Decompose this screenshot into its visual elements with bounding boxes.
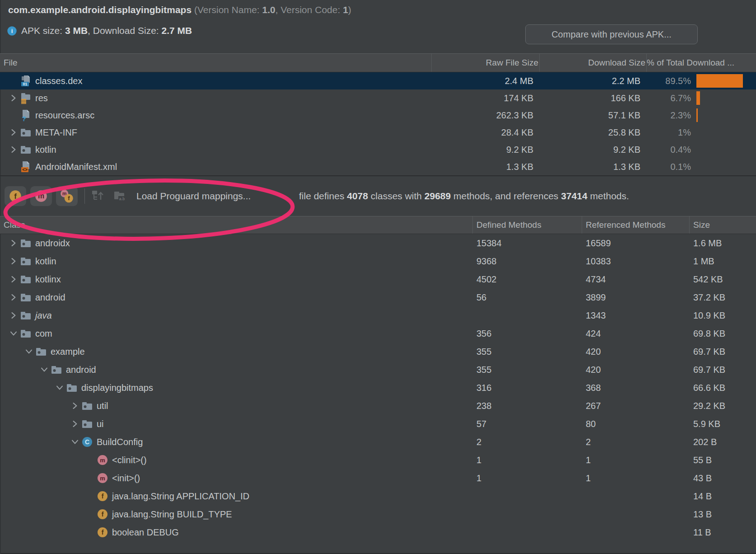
raw-file-size-value: 174 KB xyxy=(432,93,540,103)
tree-item-label: android xyxy=(66,365,96,375)
show-fields-toggle-button[interactable] xyxy=(5,186,26,206)
tree-row[interactable]: android 56 3899 37.2 KB xyxy=(0,288,756,306)
referenced-methods-value: 424 xyxy=(582,329,690,339)
tree-row[interactable]: kotlinx 4502 4734 542 KB xyxy=(0,270,756,288)
tree-row[interactable]: displayingbitmaps 316 368 66.6 KB xyxy=(0,379,756,397)
chevron-right-icon[interactable] xyxy=(7,273,20,285)
table-row[interactable]: kotlin 9.2 KB 9.2 KB 0.4% xyxy=(0,141,756,158)
tree-row[interactable]: BuildConfig 2 2 202 B xyxy=(0,433,756,451)
chevron-down-icon[interactable] xyxy=(38,364,51,376)
load-proguard-mappings-button[interactable]: Load Proguard mappings... xyxy=(136,191,251,202)
chevron-right-icon[interactable] xyxy=(7,92,20,104)
tree-item-label: util xyxy=(97,401,108,411)
chevron-right-icon[interactable] xyxy=(69,400,81,412)
tree-row[interactable]: java 1343 10.9 KB xyxy=(0,306,756,324)
tree-row[interactable]: util 238 267 29.2 KB xyxy=(0,397,756,415)
pct-bar-track xyxy=(696,108,749,122)
class-icon xyxy=(81,436,93,448)
tree-row[interactable]: example 355 420 69.7 KB xyxy=(0,343,756,361)
tree-item-label: <init>() xyxy=(112,473,140,484)
method-icon xyxy=(97,472,108,484)
tree-row[interactable]: java.lang.String APPLICATION_ID 14 B xyxy=(0,487,756,505)
file-table-header: File Raw File Size Download Size % of To… xyxy=(0,53,756,72)
pct-value: 89.5% xyxy=(647,76,691,86)
show-all-toggle-button[interactable] xyxy=(56,186,78,206)
table-row[interactable]: AndroidManifest.xml 1.3 KB 1.3 KB 0.1% xyxy=(0,158,756,175)
table-row[interactable]: res 174 KB 166 KB 6.7% xyxy=(0,89,756,107)
chevron-down-icon[interactable] xyxy=(53,382,66,394)
chevron-right-icon[interactable] xyxy=(7,127,20,138)
chevron-right-icon[interactable] xyxy=(7,291,20,303)
download-size-value: 1.3 KB xyxy=(540,162,647,172)
folder-icon xyxy=(20,328,32,339)
download-size-value: 166 KB xyxy=(540,93,647,103)
tree-row[interactable]: <clinit>() 1 1 55 B xyxy=(0,451,756,469)
column-header-defined-methods[interactable]: Defined Methods xyxy=(473,216,582,234)
chevron-down-icon[interactable] xyxy=(7,328,20,339)
defined-methods-value: 1 xyxy=(473,473,582,484)
column-header-referenced-methods[interactable]: Referenced Methods xyxy=(582,216,690,234)
file-name: kotlin xyxy=(35,145,56,155)
chevron-right-icon[interactable] xyxy=(7,237,20,249)
tree-item-label: java.lang.String APPLICATION_ID xyxy=(112,491,249,502)
table-row[interactable]: resources.arsc 262.3 KB 57.1 KB 2.3% xyxy=(0,107,756,124)
download-size-value: 25.8 KB xyxy=(540,127,647,138)
field-icon xyxy=(97,526,108,538)
referenced-methods-value: 1 xyxy=(582,455,690,465)
apk-size-line: APK size: 3 MB, Download Size: 2.7 MB xyxy=(7,25,192,36)
file-table: classes.dex 2.4 MB 2.2 MB 89.5% res 174 … xyxy=(0,72,756,175)
table-row[interactable]: classes.dex 2.4 MB 2.2 MB 89.5% xyxy=(0,72,756,89)
column-header-raw-file-size[interactable]: Raw File Size xyxy=(432,54,540,72)
dex-toolbar: Load Proguard mappings... file defines 4… xyxy=(0,175,756,216)
tree-row[interactable]: androidx 15384 16589 1.6 MB xyxy=(0,234,756,252)
folder-icon xyxy=(20,310,32,321)
tree-item-label: android xyxy=(35,292,65,303)
toolbar-separator xyxy=(84,188,85,204)
package-tree-icon[interactable] xyxy=(91,189,106,203)
column-header-download-size[interactable]: Download Size xyxy=(540,54,647,72)
tree-item-label: ui xyxy=(97,419,104,429)
chevron-spacer xyxy=(7,75,20,87)
pct-value: 2.3% xyxy=(647,110,691,121)
column-header-class[interactable]: Class xyxy=(0,216,473,234)
size-value: 11 B xyxy=(690,527,756,538)
file-name: res xyxy=(35,93,48,103)
pct-bar xyxy=(696,108,698,122)
folder-icon xyxy=(81,400,93,412)
compare-apk-button[interactable]: Compare with previous APK... xyxy=(525,24,698,44)
folder-icon xyxy=(20,144,32,155)
file-name: classes.dex xyxy=(35,76,83,86)
proguard-mappings-folder-icon[interactable] xyxy=(113,189,127,203)
chevron-down-icon[interactable] xyxy=(23,346,35,357)
chevron-right-icon[interactable] xyxy=(7,310,20,321)
tree-row[interactable]: android 355 420 69.7 KB xyxy=(0,361,756,379)
methods-and-fields-toggle-icon xyxy=(59,188,75,204)
pct-bar-track xyxy=(696,91,749,105)
chevron-right-icon[interactable] xyxy=(7,255,20,267)
tree-item-label: java xyxy=(35,310,52,321)
size-value: 69.8 KB xyxy=(690,329,756,339)
tree-row[interactable]: com 356 424 69.8 KB xyxy=(0,324,756,343)
tree-item-label: displayingbitmaps xyxy=(81,383,153,393)
tree-row[interactable]: <init>() 1 1 43 B xyxy=(0,469,756,487)
chevron-down-icon[interactable] xyxy=(69,436,81,448)
referenced-methods-value: 10383 xyxy=(582,256,690,267)
show-methods-toggle-button[interactable] xyxy=(30,186,52,206)
dex-file-icon xyxy=(20,75,32,87)
size-value: 202 B xyxy=(690,437,756,447)
size-value: 37.2 KB xyxy=(690,292,756,303)
tree-item-label: kotlinx xyxy=(35,274,61,285)
column-header-pct-of-total-download[interactable]: % of Total Download ... xyxy=(647,54,756,72)
column-header-size[interactable]: Size xyxy=(690,216,756,234)
chevron-right-icon[interactable] xyxy=(7,144,20,155)
defined-methods-value: 57 xyxy=(473,419,582,429)
tree-row[interactable]: boolean DEBUG 11 B xyxy=(0,523,756,541)
version-info: (Version Name: 1.0, Version Code: 1) xyxy=(194,5,351,15)
tree-row[interactable]: java.lang.String BUILD_TYPE 13 B xyxy=(0,505,756,523)
table-row[interactable]: META-INF 28.4 KB 25.8 KB 1% xyxy=(0,124,756,141)
chevron-right-icon[interactable] xyxy=(69,418,81,430)
column-header-file[interactable]: File xyxy=(0,54,432,72)
tree-row[interactable]: kotlin 9368 10383 1 MB xyxy=(0,252,756,270)
size-value: 29.2 KB xyxy=(690,401,756,411)
tree-row[interactable]: ui 57 80 5.9 KB xyxy=(0,415,756,433)
